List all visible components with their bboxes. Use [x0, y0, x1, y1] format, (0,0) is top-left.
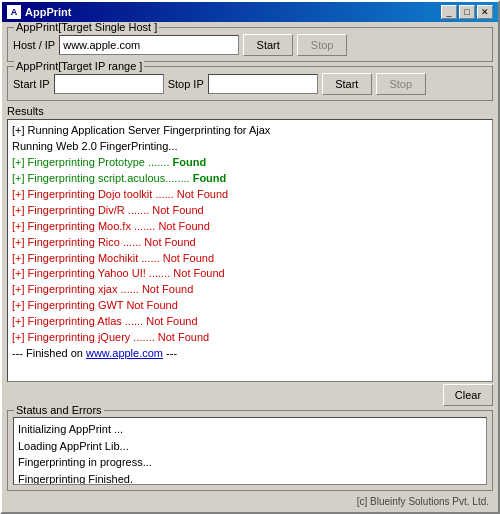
results-wrapper: [+] Running Application Server Fingerpri… — [7, 119, 493, 382]
result-line: [+] Fingerprinting Atlas ...... Not Foun… — [12, 314, 488, 330]
result-line: [+] Running Application Server Fingerpri… — [12, 123, 488, 139]
host-label: Host / IP — [13, 39, 55, 51]
result-line: [+] Fingerprinting Mochikit ...... Not F… — [12, 251, 488, 267]
result-line: [+] Fingerprinting Dojo toolkit ...... N… — [12, 187, 488, 203]
results-content: [+] Running Application Server Fingerpri… — [12, 123, 488, 362]
single-host-group: AppPrint[Target Single Host ] Host / IP … — [7, 27, 493, 62]
footer-text: [c] Blueinfy Solutions Pvt. Ltd. — [357, 496, 489, 507]
results-section: Results [+] Running Application Server F… — [7, 105, 493, 406]
results-box[interactable]: [+] Running Application Server Fingerpri… — [7, 119, 493, 382]
footer: [c] Blueinfy Solutions Pvt. Ltd. — [7, 495, 493, 507]
status-section: Status and Errors Initializing AppPrint … — [7, 410, 493, 491]
close-button[interactable]: ✕ — [477, 5, 493, 19]
window-title: AppPrint — [25, 6, 71, 18]
range-stop-button[interactable]: Stop — [376, 73, 426, 95]
start-ip-label: Start IP — [13, 78, 50, 90]
single-start-button[interactable]: Start — [243, 34, 293, 56]
host-input[interactable] — [59, 35, 239, 55]
stop-ip-label: Stop IP — [168, 78, 204, 90]
ip-range-row: Start IP Stop IP Start Stop — [13, 73, 487, 95]
result-link[interactable]: www.apple.com — [86, 347, 163, 359]
result-line: [+] Fingerprinting xjax ...... Not Found — [12, 282, 488, 298]
status-title: Status and Errors — [14, 404, 104, 416]
result-line: [+] Fingerprinting Moo.fx ....... Not Fo… — [12, 219, 488, 235]
status-line: Initializing AppPrint ... — [18, 421, 482, 438]
clear-btn-row: Clear — [7, 384, 493, 406]
single-host-title: AppPrint[Target Single Host ] — [14, 22, 159, 33]
status-group: Status and Errors Initializing AppPrint … — [7, 410, 493, 491]
results-label: Results — [7, 105, 493, 117]
title-bar-left: A AppPrint — [7, 5, 71, 19]
maximize-button[interactable]: □ — [459, 5, 475, 19]
minimize-button[interactable]: _ — [441, 5, 457, 19]
start-ip-input[interactable] — [54, 74, 164, 94]
result-line: [+] Fingerprinting Rico ...... Not Found — [12, 235, 488, 251]
status-line: Fingerprinting Finished. — [18, 471, 482, 486]
single-host-row: Host / IP Start Stop — [13, 34, 487, 56]
stop-ip-input[interactable] — [208, 74, 318, 94]
result-line: [+] Fingerprinting Div/R ....... Not Fou… — [12, 203, 488, 219]
title-controls: _ □ ✕ — [441, 5, 493, 19]
clear-button[interactable]: Clear — [443, 384, 493, 406]
app-icon: A — [7, 5, 21, 19]
title-bar: A AppPrint _ □ ✕ — [2, 2, 498, 22]
ip-range-group: AppPrint[Target IP range ] Start IP Stop… — [7, 66, 493, 101]
result-line: [+] Fingerprinting GWT Not Found — [12, 298, 488, 314]
status-line: Loading AppPrint Lib... — [18, 438, 482, 455]
status-content: Initializing AppPrint ...Loading AppPrin… — [18, 421, 482, 485]
result-line: [+] Fingerprinting Yahoo UI! ....... Not… — [12, 266, 488, 282]
ip-range-title: AppPrint[Target IP range ] — [14, 60, 144, 72]
result-line: [+] Fingerprinting Prototype ....... Fou… — [12, 155, 488, 171]
result-line: [+] Fingerprinting jQuery ....... Not Fo… — [12, 330, 488, 346]
result-line: Running Web 2.0 FingerPrinting... — [12, 139, 488, 155]
result-line: --- Finished on www.apple.com --- — [12, 346, 488, 362]
status-box: Initializing AppPrint ...Loading AppPrin… — [13, 417, 487, 485]
range-start-button[interactable]: Start — [322, 73, 372, 95]
single-stop-button[interactable]: Stop — [297, 34, 347, 56]
status-line: Fingerprinting in progress... — [18, 454, 482, 471]
main-window: A AppPrint _ □ ✕ AppPrint[Target Single … — [0, 0, 500, 514]
result-line: [+] Fingerprinting script.aculous.......… — [12, 171, 488, 187]
window-body: AppPrint[Target Single Host ] Host / IP … — [2, 22, 498, 512]
